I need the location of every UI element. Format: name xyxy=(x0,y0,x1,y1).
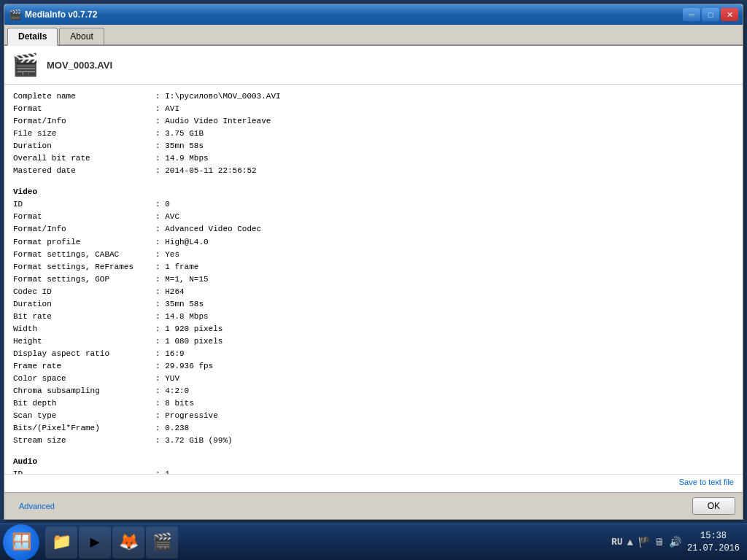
ok-button[interactable]: OK xyxy=(692,497,735,515)
info-key: Bit depth xyxy=(13,397,155,410)
info-separator: : xyxy=(155,323,165,335)
tab-details[interactable]: Details xyxy=(7,28,58,46)
sound-icon: 🔊 xyxy=(669,536,681,548)
info-line: Codec ID: H264 xyxy=(13,286,734,298)
info-separator: : xyxy=(155,223,165,236)
info-separator: : xyxy=(155,298,165,311)
info-separator: : xyxy=(155,311,165,323)
file-icon: 🎬 xyxy=(10,50,39,79)
info-line: Format: AVC xyxy=(13,211,734,223)
info-value: Progressive xyxy=(165,410,218,422)
info-value: 29.936 fps xyxy=(165,360,213,373)
info-line: ID: 0 xyxy=(13,198,734,211)
info-value: Audio Video Interleave xyxy=(165,115,271,128)
info-line: Format profile: High@L4.0 xyxy=(13,236,734,249)
info-separator: : xyxy=(155,165,165,177)
file-name: MOV_0003.AVI xyxy=(47,60,112,71)
info-line: Scan type: Progressive xyxy=(13,410,734,422)
info-key: Overall bit rate xyxy=(13,152,155,165)
taskbar-icon-firefox[interactable]: 🦊 xyxy=(112,526,144,559)
info-separator: : xyxy=(155,385,165,397)
close-button[interactable]: ✕ xyxy=(721,8,738,21)
info-separator: : xyxy=(155,249,165,261)
info-value: H264 xyxy=(165,286,184,298)
info-value: 3.72 GiB (99%) xyxy=(165,435,232,447)
info-line: Bit rate: 14.8 Mbps xyxy=(13,311,734,323)
info-separator: : xyxy=(155,286,165,298)
info-key: ID xyxy=(13,198,155,211)
info-separator: : xyxy=(155,360,165,373)
info-value: 0.238 xyxy=(165,422,189,435)
info-value: 8 bits xyxy=(165,397,194,410)
info-line: Format settings, GOP: M=1, N=15 xyxy=(13,273,734,286)
info-key: Height xyxy=(13,335,155,348)
info-line: Format/Info: Advanced Video Codec xyxy=(13,223,734,236)
minimize-button[interactable]: ─ xyxy=(683,8,700,21)
info-key: ID xyxy=(13,468,155,474)
taskbar-icon-folder[interactable]: 📁 xyxy=(45,526,77,559)
taskbar-icons: 📁 ▶ 🦊 🎬 xyxy=(45,526,178,559)
info-separator: : xyxy=(155,211,165,223)
advanced-link[interactable]: Advanced xyxy=(12,502,55,510)
info-key: Mastered date xyxy=(13,165,155,177)
info-key: File size xyxy=(13,128,155,140)
taskbar-right: RU ▲ 🏴 🖥 🔊 15:38 21.07.2016 xyxy=(611,530,747,555)
info-value: I:\русилово\MOV_0003.AVI xyxy=(165,90,280,103)
section-header: Audio xyxy=(13,456,734,468)
info-key: Color space xyxy=(13,373,155,385)
save-to-text-link[interactable]: Save to text file xyxy=(679,478,734,486)
info-separator: : xyxy=(155,128,165,140)
info-line: Format: AVI xyxy=(13,103,734,115)
blank-line xyxy=(13,447,734,451)
info-value: 4:2:0 xyxy=(165,385,189,397)
tab-about[interactable]: About xyxy=(59,28,104,44)
system-tray: RU ▲ 🏴 🖥 🔊 xyxy=(611,536,681,548)
info-value: 2014-05-11 22:56:52 xyxy=(165,165,256,177)
window-title: MediaInfo v0.7.72 xyxy=(25,9,683,20)
app-icon: 🎬 xyxy=(9,9,20,20)
taskbar-icon-mediainfo[interactable]: 🎬 xyxy=(146,526,178,559)
info-value: Advanced Video Codec xyxy=(165,223,261,236)
info-key: Duration xyxy=(13,298,155,311)
flag-icon: 🏴 xyxy=(638,536,650,548)
info-line: Display aspect ratio: 16:9 xyxy=(13,348,734,360)
info-line: Bits/(Pixel*Frame): 0.238 xyxy=(13,422,734,435)
info-line: Stream size: 3.72 GiB (99%) xyxy=(13,435,734,447)
info-separator: : xyxy=(155,422,165,435)
taskbar: 🪟 📁 ▶ 🦊 🎬 RU ▲ 🏴 🖥 🔊 15:38 21.07.2016 xyxy=(0,524,747,560)
maximize-button[interactable]: □ xyxy=(702,8,719,21)
info-line: Chroma subsampling: 4:2:0 xyxy=(13,385,734,397)
info-key: Format settings, CABAC xyxy=(13,249,155,261)
tab-bar: Details About xyxy=(4,25,743,46)
taskbar-clock: 15:38 21.07.2016 xyxy=(687,530,740,555)
info-line: Width: 1 920 pixels xyxy=(13,323,734,335)
info-key: Complete name xyxy=(13,90,155,103)
info-value: 35mn 58s xyxy=(165,140,204,152)
info-line: Format/Info: Audio Video Interleave xyxy=(13,115,734,128)
info-separator: : xyxy=(155,261,165,273)
info-separator: : xyxy=(155,335,165,348)
start-button[interactable]: 🪟 xyxy=(3,524,39,561)
arrow-icon: ▲ xyxy=(627,537,633,548)
section-header: Video xyxy=(13,186,734,198)
info-separator: : xyxy=(155,468,165,474)
info-separator: : xyxy=(155,273,165,286)
info-line: Height: 1 080 pixels xyxy=(13,335,734,348)
info-line: Bit depth: 8 bits xyxy=(13,397,734,410)
info-value: 35mn 58s xyxy=(165,298,204,311)
bottom-bar: Advanced OK xyxy=(4,492,743,519)
info-value: 0 xyxy=(165,198,170,211)
info-value: 16:9 xyxy=(165,348,184,360)
lang-indicator: RU xyxy=(611,537,623,548)
info-key: Display aspect ratio xyxy=(13,348,155,360)
taskbar-icon-media[interactable]: ▶ xyxy=(79,526,111,559)
window-controls: ─ □ ✕ xyxy=(683,8,738,21)
file-header: 🎬 MOV_0003.AVI xyxy=(4,46,743,85)
info-key: Format/Info xyxy=(13,115,155,128)
info-line: Overall bit rate: 14.9 Mbps xyxy=(13,152,734,165)
info-value: High@L4.0 xyxy=(165,236,208,249)
info-scroll[interactable]: Complete name: I:\русилово\MOV_0003.AVIF… xyxy=(4,85,743,474)
info-key: Frame rate xyxy=(13,360,155,373)
info-line: ID: 1 xyxy=(13,468,734,474)
info-key: Codec ID xyxy=(13,286,155,298)
